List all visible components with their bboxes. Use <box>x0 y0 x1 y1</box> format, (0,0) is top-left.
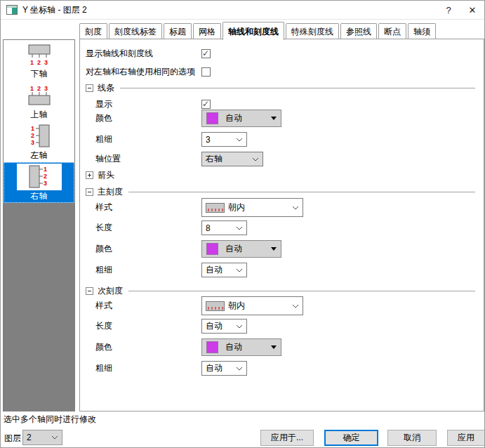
line-color-value: 自动 <box>225 112 242 124</box>
row-line-color: 颜色 自动 <box>86 110 475 127</box>
svg-text:3: 3 <box>44 180 47 187</box>
line-width-value: 3 <box>206 135 211 145</box>
sidebar-item-label: 下轴 <box>31 68 48 79</box>
axis-position-dropdown[interactable]: 右轴 <box>201 152 263 166</box>
layer-value: 2 <box>27 433 32 442</box>
group-divider <box>120 88 475 88</box>
row-same-options: 对左轴和右轴使用相同的选项 <box>86 65 475 79</box>
cancel-button[interactable]: 取消 <box>387 430 437 446</box>
arrow-group-title: 箭头 <box>98 169 114 181</box>
row-minor-color: 颜色 自动 <box>86 338 475 356</box>
sidebar-item-left-axis[interactable]: 123 左轴 <box>4 121 74 162</box>
minor-color-dropdown[interactable]: 自动 <box>201 338 281 356</box>
major-style-label: 样式 <box>86 202 201 213</box>
close-button[interactable]: ✕ <box>460 1 484 19</box>
layer-dropdown[interactable]: 2 <box>22 430 62 445</box>
same-options-label: 对左轴和右轴使用相同的选项 <box>86 66 201 78</box>
same-options-checkbox[interactable] <box>201 67 211 77</box>
svg-text:1: 1 <box>30 85 34 92</box>
top-axis-icon: 123 <box>24 84 55 107</box>
sidebar-item-bottom-axis[interactable]: 123 下轴 <box>4 40 74 81</box>
major-color-dropdown[interactable]: 自动 <box>201 240 281 258</box>
tab-line-and-ticks[interactable]: 轴线和刻度线 <box>222 22 284 40</box>
major-style-dropdown[interactable]: 朝内 <box>201 198 303 217</box>
sidebar-item-right-axis[interactable]: 123 右轴 <box>4 162 74 203</box>
tab-strip: 刻度 刻度线标签 标题 网格 轴线和刻度线 特殊刻度线 参照线 断点 轴须 <box>79 23 436 40</box>
help-button[interactable]: ? <box>437 1 460 19</box>
chevron-down-icon <box>236 268 243 272</box>
svg-text:2: 2 <box>37 59 41 66</box>
line-color-label: 颜色 <box>86 112 201 124</box>
collapse-icon[interactable] <box>86 84 93 92</box>
minor-style-value: 朝内 <box>228 300 245 312</box>
apply-to-button[interactable]: 应用于... <box>260 430 314 446</box>
dropdown-arrow-icon <box>271 247 277 251</box>
svg-text:1: 1 <box>31 125 34 132</box>
window-icon <box>6 5 18 15</box>
tab-breaks[interactable]: 断点 <box>378 23 406 39</box>
row-line-show: 显示 <box>86 97 475 111</box>
sidebar-item-label: 上轴 <box>31 109 48 120</box>
minor-width-value: 自动 <box>206 362 222 374</box>
tab-grid[interactable]: 网格 <box>193 23 221 39</box>
tab-tick-labels[interactable]: 刻度线标签 <box>109 23 162 39</box>
chevron-down-icon <box>292 206 299 210</box>
color-swatch <box>206 243 218 255</box>
right-axis-icon: 123 <box>24 164 55 190</box>
svg-text:3: 3 <box>44 59 48 66</box>
tab-scale[interactable]: 刻度 <box>79 23 107 39</box>
major-length-dropdown[interactable]: 8 <box>201 220 247 235</box>
chevron-down-icon <box>292 304 299 308</box>
line-color-dropdown[interactable]: 自动 <box>201 110 281 127</box>
minor-color-label: 颜色 <box>86 341 201 353</box>
group-minor-title: 次刻度 <box>98 285 123 297</box>
minor-style-dropdown[interactable]: 朝内 <box>201 296 303 315</box>
major-style-value: 朝内 <box>228 202 245 213</box>
chevron-down-icon <box>236 226 243 230</box>
major-length-label: 长度 <box>86 222 201 234</box>
chevron-down-icon <box>236 138 243 142</box>
minor-style-label: 样式 <box>86 300 201 312</box>
chevron-down-icon <box>236 324 243 329</box>
show-axis-checkbox[interactable] <box>201 49 211 58</box>
group-header-minor-ticks: 次刻度 <box>86 284 475 297</box>
sidebar-item-top-axis[interactable]: 123 上轴 <box>4 81 74 121</box>
group-divider <box>128 192 475 192</box>
row-major-length: 长度 8 <box>86 220 475 235</box>
chevron-down-icon <box>236 367 243 371</box>
tick-style-in-icon <box>206 203 225 213</box>
major-color-value: 自动 <box>225 243 242 255</box>
svg-text:3: 3 <box>44 85 48 92</box>
apply-button[interactable]: 应用 <box>447 430 485 446</box>
line-width-dropdown[interactable]: 3 <box>201 132 247 147</box>
ok-button[interactable]: 确定 <box>324 430 378 446</box>
collapse-icon[interactable] <box>86 188 93 196</box>
tab-special-ticks[interactable]: 特殊刻度线 <box>286 23 339 39</box>
group-major-title: 主刻度 <box>98 186 123 198</box>
major-length-value: 8 <box>206 223 211 233</box>
row-minor-length: 长度 自动 <box>86 319 475 334</box>
bottom-axis-icon: 123 <box>24 43 55 67</box>
row-minor-width: 粗细 自动 <box>86 361 475 376</box>
tab-rug[interactable]: 轴须 <box>408 23 436 39</box>
minor-length-dropdown[interactable]: 自动 <box>201 319 247 334</box>
tab-reference-lines[interactable]: 参照线 <box>340 23 377 39</box>
row-major-style: 样式 朝内 <box>86 198 475 217</box>
collapse-icon[interactable] <box>86 287 93 295</box>
color-swatch <box>206 112 218 124</box>
axis-selector-list: 123 下轴 123 上轴 123 左轴 123 <box>3 39 75 411</box>
row-line-width: 粗细 3 <box>86 132 475 147</box>
minor-width-dropdown[interactable]: 自动 <box>201 361 247 376</box>
axis-position-label: 轴位置 <box>86 153 201 165</box>
minor-width-label: 粗细 <box>86 362 201 374</box>
chevron-down-icon <box>252 157 259 162</box>
svg-text:2: 2 <box>37 85 41 92</box>
major-width-dropdown[interactable]: 自动 <box>201 263 247 277</box>
line-show-checkbox[interactable] <box>201 100 211 109</box>
svg-text:2: 2 <box>44 173 47 180</box>
dropdown-arrow-icon <box>271 345 277 349</box>
tab-title[interactable]: 标题 <box>164 23 192 39</box>
row-arrow-group: 箭头 <box>86 169 475 181</box>
expand-icon[interactable] <box>86 171 93 179</box>
group-divider <box>128 291 475 291</box>
